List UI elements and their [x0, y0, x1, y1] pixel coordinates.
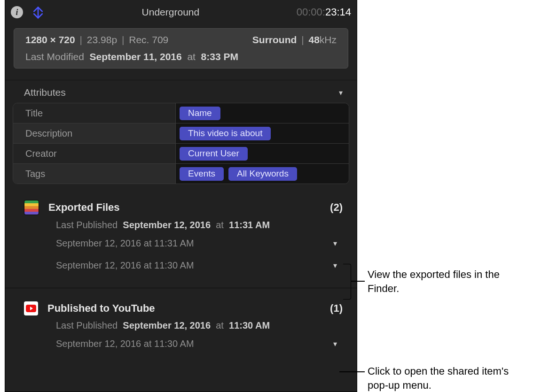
project-title: Underground [45, 7, 297, 18]
attr-label-description: Description [13, 123, 175, 143]
youtube-group-name: Published to YouTube [47, 302, 330, 315]
summary-audio-format: Surround | 48kHz [252, 34, 337, 46]
exported-group-count: (2) [330, 201, 343, 214]
exported-lp-time: 11:31 AM [229, 220, 270, 230]
clip-summary: 1280 × 720 | 23.98p | Rec. 709 Surround … [14, 28, 348, 69]
attributes-header-label: Attributes [24, 87, 66, 98]
attr-value-tags[interactable]: Events All Keywords [175, 164, 349, 184]
share-icon[interactable] [31, 6, 45, 19]
youtube-lp-at: at [216, 320, 224, 331]
last-modified-time: 8:33 PM [201, 51, 238, 62]
attr-value-title[interactable]: Name [175, 103, 349, 123]
attr-label-creator: Creator [13, 144, 175, 163]
summary-colorspace: Rec. 709 [129, 34, 168, 45]
attr-row-creator: Creator Current User [13, 143, 349, 163]
summary-video-format: 1280 × 720 | 23.98p | Rec. 709 [25, 34, 168, 46]
share-group-header-youtube: Published to YouTube (1) [24, 301, 343, 315]
exported-lp-date: September 12, 2016 [123, 220, 211, 230]
exported-lp-prefix: Last Published [56, 220, 118, 230]
callout-leader-popup [339, 371, 365, 372]
inspector-topbar: i Underground 00:00:23:14 [5, 0, 357, 24]
share-group-exported: Exported Files (2) Last Published Septem… [5, 194, 357, 280]
attr-label-title: Title [13, 103, 175, 123]
share-group-youtube: Published to YouTube (1) Last Published … [5, 296, 357, 359]
summary-framerate: 23.98p [87, 34, 117, 45]
token-all-keywords[interactable]: All Keywords [228, 167, 297, 181]
youtube-group-count: (1) [330, 302, 343, 315]
exported-entry-1-text: September 12, 2016 at 11:30 AM [56, 260, 194, 271]
chevron-down-icon[interactable]: ▾ [330, 259, 340, 272]
summary-audio-channels: Surround [252, 34, 297, 45]
share-inspector-panel: i Underground 00:00:23:14 1280 × 720 | 2… [5, 0, 357, 392]
timecode-value: 23:14 [325, 6, 351, 18]
token-name[interactable]: Name [180, 107, 220, 120]
callout-bracket-exported [343, 264, 351, 300]
attr-row-description: Description This video is about [13, 123, 349, 143]
summary-sample-unit: kHz [320, 34, 337, 45]
attr-row-title: Title Name [13, 103, 349, 123]
youtube-lp-prefix: Last Published [56, 320, 118, 331]
divider [5, 288, 357, 288]
share-group-header-exported: Exported Files (2) [24, 200, 343, 215]
attr-value-description[interactable]: This video is about [175, 123, 349, 143]
youtube-lp-date: September 12, 2016 [123, 320, 211, 331]
youtube-last-published: Last Published September 12, 2016 at 11:… [24, 315, 343, 333]
attr-row-tags: Tags Events All Keywords [13, 163, 349, 184]
callout-popup-text: Click to open the shared item's pop-up m… [368, 364, 527, 392]
exported-entry-1[interactable]: September 12, 2016 at 11:30 AM ▾ [24, 254, 343, 277]
last-modified-label: Last Modified [25, 51, 84, 62]
youtube-icon [24, 301, 38, 315]
summary-modified-row: Last Modified September 11, 2016 at 8:33… [14, 48, 348, 65]
chevron-down-icon[interactable]: ▾ [330, 338, 340, 350]
exported-group-name: Exported Files [48, 201, 330, 214]
youtube-lp-time: 11:30 AM [229, 320, 270, 331]
last-modified-date: September 11, 2016 [90, 51, 182, 62]
attr-label-tags: Tags [13, 164, 175, 184]
project-timecode: 00:00:23:14 [297, 6, 351, 18]
youtube-entry-0-text: September 12, 2016 at 11:30 AM [56, 338, 194, 349]
exported-files-icon [24, 200, 39, 215]
token-description[interactable]: This video is about [180, 127, 271, 140]
attr-value-creator[interactable]: Current User [175, 144, 349, 163]
exported-lp-at: at [216, 220, 224, 230]
callout-leader-exported [351, 281, 365, 282]
chevron-down-icon[interactable]: ▾ [330, 237, 340, 250]
chevron-down-icon: ▾ [339, 88, 343, 97]
info-icon[interactable]: i [11, 6, 23, 18]
timecode-faded: 00:00: [297, 6, 325, 18]
attributes-header[interactable]: Attributes ▾ [5, 80, 357, 103]
last-modified-at: at [187, 51, 196, 62]
callout-exported-text: View the exported files in the Finder. [368, 268, 518, 295]
attributes-grid: Title Name Description This video is abo… [13, 103, 349, 184]
exported-entry-0[interactable]: September 12, 2016 at 11:31 AM ▾ [24, 232, 343, 254]
summary-sample-rate: 48 [308, 34, 319, 45]
summary-resolution: 1280 × 720 [25, 34, 75, 45]
exported-last-published: Last Published September 12, 2016 at 11:… [24, 215, 343, 232]
token-events[interactable]: Events [180, 167, 224, 181]
youtube-entry-0[interactable]: September 12, 2016 at 11:30 AM ▾ [24, 333, 343, 355]
token-creator[interactable]: Current User [180, 147, 248, 161]
exported-entry-0-text: September 12, 2016 at 11:31 AM [56, 238, 194, 249]
summary-format-row: 1280 × 720 | 23.98p | Rec. 709 Surround … [14, 31, 348, 48]
